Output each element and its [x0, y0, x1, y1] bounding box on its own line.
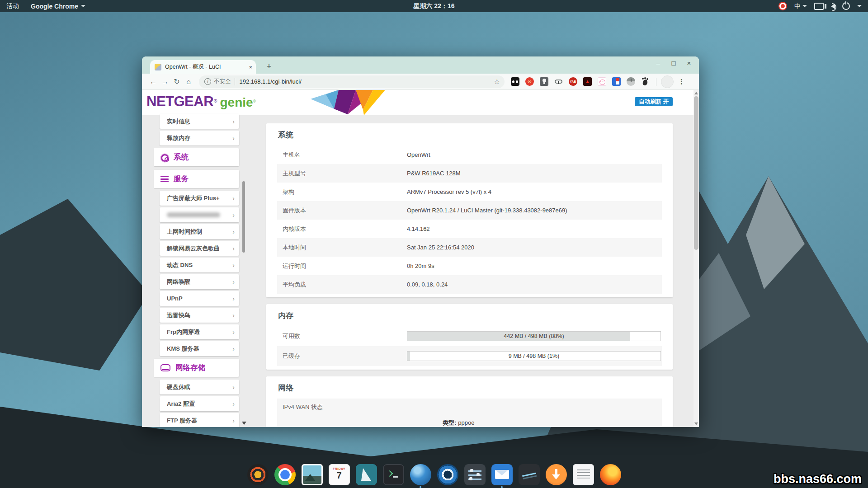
dock-blue-sphere-app-icon[interactable]: [410, 464, 431, 485]
infinity-extension-icon[interactable]: ∞: [525, 77, 534, 86]
sidebar-item-unlock-netease[interactable]: 解锁网易云灰色歌曲›: [160, 241, 239, 256]
chevron-down-icon: [802, 5, 807, 7]
sidebar-item-time-control[interactable]: 上网时间控制›: [160, 224, 239, 239]
dock-calendar-icon[interactable]: FRIDAY 7: [329, 464, 350, 485]
luci-sidebar: 实时信息› 释放内存› 系统 服务 广告屏蔽大师 Plus+› › 上网时间控制…: [154, 115, 239, 427]
gear-icon: [160, 153, 169, 161]
dock-chrome-icon[interactable]: [274, 464, 296, 485]
chevron-right-icon: ›: [232, 118, 235, 125]
maximize-button[interactable]: □: [670, 59, 677, 67]
memory-card: 内存 可用数 442 MB / 498 MB (88%) 已缓存 9 MB / …: [266, 304, 673, 370]
sidebar-section-system[interactable]: 系统: [154, 148, 239, 166]
sidebar-item-realtime-info[interactable]: 实时信息›: [160, 114, 239, 129]
clock[interactable]: 星期六 22：16: [0, 2, 868, 10]
memory-row: 可用数 442 MB / 498 MB (88%): [277, 326, 662, 346]
yab-extension-icon[interactable]: YAB: [569, 77, 577, 86]
dock-text-editor-icon[interactable]: [573, 464, 594, 485]
sidebar-item-frp[interactable]: Frp内网穿透›: [160, 324, 239, 339]
sidebar-item-wol[interactable]: 网络唤醒›: [160, 274, 239, 289]
tab-close-icon[interactable]: ×: [249, 64, 252, 70]
mouse-extension-icon[interactable]: [627, 77, 635, 86]
close-button[interactable]: ×: [685, 59, 693, 67]
sidebar-item-ftp[interactable]: FTP 服务器›: [160, 413, 239, 427]
sidebar-item-xunlei[interactable]: 迅雷快鸟›: [160, 308, 239, 323]
tab-title: OpenWrt - 概况 - LuCI: [165, 63, 246, 71]
sidebar-item-blurred[interactable]: ›: [160, 207, 239, 222]
registered-mark: ®: [253, 99, 256, 103]
dock-firefox-icon[interactable]: [600, 464, 621, 485]
address-bar[interactable]: i 不安全 192.168.1.1/cgi-bin/luci/ ☆: [199, 75, 505, 88]
lightbulb-extension-icon[interactable]: [540, 77, 548, 86]
display-icon[interactable]: [814, 3, 824, 10]
tab-openwrt[interactable]: OpenWrt - 概况 - LuCI ×: [150, 60, 256, 74]
dock-downloader-icon[interactable]: [546, 464, 567, 485]
dock-terminal-icon[interactable]: [383, 464, 404, 485]
memory-available-bar: 442 MB / 498 MB (88%): [407, 331, 661, 341]
cloud-download-extension-icon[interactable]: [554, 77, 563, 86]
new-tab-button[interactable]: +: [263, 61, 275, 73]
bookmark-extension-icon[interactable]: [612, 77, 621, 86]
dock: FRIDAY 7: [0, 464, 868, 485]
scroll-down-icon[interactable]: [694, 422, 698, 425]
sidebar-section-services[interactable]: 服务: [154, 170, 239, 188]
volume-icon[interactable]: [831, 4, 835, 9]
panda-extension-icon[interactable]: [511, 77, 519, 86]
power-icon[interactable]: [842, 2, 850, 10]
sidebar-item-aria2[interactable]: Aria2 配置›: [160, 396, 239, 411]
chevron-right-icon: ›: [232, 295, 235, 302]
table-row: 本地时间Sat Jan 25 22:16:54 2020: [277, 238, 662, 257]
dock-files-app-icon[interactable]: [356, 464, 377, 485]
row-label: 平均负载: [277, 281, 407, 289]
home-button[interactable]: ⌂: [183, 78, 194, 86]
page-scrollbar[interactable]: [693, 90, 699, 427]
table-row: 固件版本OpenWrt R20.1.24 / LuCI Master (git-…: [277, 201, 662, 220]
network-card: 网络 IPv4 WAN 状态 pppoe- 类型:pppoe 地址:100.83…: [266, 376, 673, 427]
bar-text: 9 MB / 498 MB (1%): [407, 352, 660, 361]
dock-tweaks-icon[interactable]: [464, 464, 486, 485]
sidebar-item-disk-sleep[interactable]: 硬盘休眠›: [160, 380, 239, 394]
url-text[interactable]: 192.168.1.1/cgi-bin/luci/: [240, 78, 491, 85]
brand-genie: genie: [220, 95, 253, 110]
minimize-button[interactable]: –: [655, 59, 662, 67]
forward-button[interactable]: →: [159, 78, 171, 86]
dock-mail-icon[interactable]: [491, 464, 513, 485]
row-value: OpenWrt R20.1.24 / LuCI Master (git-19.3…: [407, 207, 567, 214]
dock-camera-app-icon[interactable]: [247, 464, 269, 485]
extensions-row: ∞ YAB ▲: [511, 77, 650, 86]
page-scrollbar-thumb[interactable]: [694, 96, 698, 250]
registered-mark: ®: [214, 99, 217, 103]
disk-icon: [160, 364, 170, 371]
reload-button[interactable]: ↻: [171, 77, 183, 86]
gnome-foot-extension-icon[interactable]: [641, 77, 650, 86]
sidebar-item-adblock-plus[interactable]: 广告屏蔽大师 Plus+›: [160, 191, 239, 206]
dock-system-monitor-icon[interactable]: [519, 464, 540, 485]
bookmark-star-icon[interactable]: ☆: [494, 78, 500, 86]
input-method-menu[interactable]: 中: [794, 2, 807, 10]
sidebar-section-nas[interactable]: 网络存储: [154, 359, 239, 377]
profile-avatar[interactable]: [661, 75, 674, 88]
info-icon[interactable]: i: [204, 78, 211, 85]
dock-blue-lens-app-icon[interactable]: [437, 464, 458, 485]
sidebar-item-upnp[interactable]: UPnP›: [160, 291, 239, 306]
sidebar-item-kms[interactable]: KMS 服务器›: [160, 341, 239, 356]
auto-refresh-button[interactable]: 自动刷新 开: [635, 97, 673, 106]
cat-extension-icon[interactable]: [598, 77, 606, 86]
row-label: 本地时间: [277, 244, 407, 252]
browser-menu-icon[interactable]: ⋮: [678, 78, 685, 86]
chevron-right-icon: ›: [232, 135, 235, 142]
back-button[interactable]: ←: [147, 78, 159, 86]
gnome-top-bar: 活动 Google Chrome 星期六 22：16 中: [0, 0, 868, 12]
activities-button[interactable]: 活动: [6, 2, 19, 10]
system-menu-chevron-icon[interactable]: [857, 5, 862, 7]
focused-app-menu[interactable]: Google Chrome: [31, 3, 85, 10]
sidebar-item-ddns[interactable]: 动态 DNS›: [160, 258, 239, 272]
recording-indicator-icon[interactable]: [778, 2, 787, 10]
acrobat-extension-icon[interactable]: ▲: [583, 77, 592, 86]
system-card: 系统 主机名OpenWrt 主机型号P&W R619AC 128M 架构ARMv…: [266, 123, 673, 297]
scroll-up-icon[interactable]: [694, 92, 698, 94]
sidebar-scrollbar-thumb[interactable]: [242, 181, 245, 253]
dock-photos-icon[interactable]: [302, 464, 323, 485]
sidebar-scroll-down-icon[interactable]: [242, 422, 246, 425]
table-row: 内核版本4.14.162: [277, 220, 662, 238]
sidebar-item-free-memory[interactable]: 释放内存›: [160, 131, 239, 145]
